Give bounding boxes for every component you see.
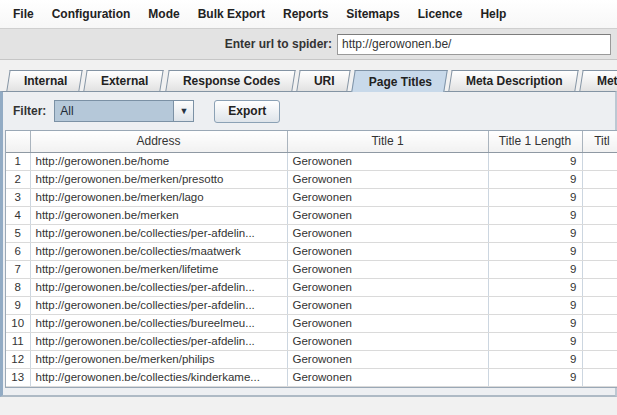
title1-cell[interactable]: Gerowonen: [287, 350, 488, 368]
title1-length-cell[interactable]: 9: [488, 278, 582, 296]
row-number-cell: 7: [6, 260, 30, 278]
table-body: 1 http://gerowonen.be/home Gerowonen 9 2…: [6, 152, 617, 386]
table-row[interactable]: 7 http://gerowonen.be/merken/lifetime Ge…: [6, 260, 617, 278]
extra-cell: [582, 278, 617, 296]
filter-selected-value: All: [55, 104, 173, 118]
title1-length-cell[interactable]: 9: [488, 188, 582, 206]
title1-length-cell[interactable]: 9: [488, 332, 582, 350]
address-cell[interactable]: http://gerowonen.be/merken/philips: [30, 350, 287, 368]
address-cell[interactable]: http://gerowonen.be/merken/lifetime: [30, 260, 287, 278]
extra-cell: [582, 206, 617, 224]
table-row[interactable]: 10 http://gerowonen.be/collecties/bureel…: [6, 314, 617, 332]
title1-length-cell[interactable]: 9: [488, 224, 582, 242]
table-row[interactable]: 3 http://gerowonen.be/merken/lago Gerowo…: [6, 188, 617, 206]
menu-item-file[interactable]: File: [4, 3, 43, 25]
title1-length-cell[interactable]: 9: [488, 314, 582, 332]
address-cell[interactable]: http://gerowonen.be/merken/presotto: [30, 170, 287, 188]
column-header-truncated[interactable]: Titl: [582, 131, 617, 152]
table-row[interactable]: 2 http://gerowonen.be/merken/presotto Ge…: [6, 170, 617, 188]
tab-external[interactable]: External: [84, 70, 165, 91]
extra-cell: [582, 170, 617, 188]
title1-cell[interactable]: Gerowonen: [287, 278, 488, 296]
row-number-cell: 9: [6, 296, 30, 314]
extra-cell: [582, 242, 617, 260]
title1-cell[interactable]: Gerowonen: [287, 206, 488, 224]
tab-meta-description[interactable]: Meta Description: [448, 70, 578, 91]
column-header-title1-length[interactable]: Title 1 Length: [488, 131, 582, 152]
extra-cell: [582, 224, 617, 242]
url-input[interactable]: [337, 34, 611, 55]
table-row[interactable]: 5 http://gerowonen.be/collecties/per-afd…: [6, 224, 617, 242]
column-header-row-number[interactable]: [6, 131, 30, 152]
title1-length-cell[interactable]: 9: [488, 206, 582, 224]
tab-strip: Internal External Response Codes URI Pag…: [0, 60, 617, 91]
row-number-cell: 8: [6, 278, 30, 296]
title1-length-cell[interactable]: 9: [488, 368, 582, 386]
table-row[interactable]: 13 http://gerowonen.be/collecties/kinder…: [6, 368, 617, 386]
title1-length-cell[interactable]: 9: [488, 260, 582, 278]
table-header-row: Address Title 1 Title 1 Length Titl: [6, 131, 617, 152]
menu-item-sitemaps[interactable]: Sitemaps: [337, 3, 408, 25]
title1-cell[interactable]: Gerowonen: [287, 170, 488, 188]
column-header-address[interactable]: Address: [30, 131, 287, 152]
row-number-cell: 12: [6, 350, 30, 368]
table-row[interactable]: 8 http://gerowonen.be/collecties/per-afd…: [6, 278, 617, 296]
tab-internal[interactable]: Internal: [6, 70, 83, 91]
row-number-cell: 3: [6, 188, 30, 206]
filter-label: Filter:: [13, 104, 46, 118]
menu-item-licence[interactable]: Licence: [409, 3, 472, 25]
address-cell[interactable]: http://gerowonen.be/collecties/per-afdel…: [30, 296, 287, 314]
address-cell[interactable]: http://gerowonen.be/collecties/per-afdel…: [30, 278, 287, 296]
export-button[interactable]: Export: [214, 100, 280, 123]
title1-cell[interactable]: Gerowonen: [287, 224, 488, 242]
title1-cell[interactable]: Gerowonen: [287, 260, 488, 278]
table-row[interactable]: 4 http://gerowonen.be/merken Gerowonen 9: [6, 206, 617, 224]
table-row[interactable]: 9 http://gerowonen.be/collecties/per-afd…: [6, 296, 617, 314]
filter-toolbar: Filter: All ▼ Export: [3, 92, 615, 130]
title1-cell[interactable]: Gerowonen: [287, 296, 488, 314]
extra-cell: [582, 260, 617, 278]
tab-label: External: [101, 74, 148, 88]
extra-cell: [582, 332, 617, 350]
table-row[interactable]: 12 http://gerowonen.be/merken/philips Ge…: [6, 350, 617, 368]
results-table: Address Title 1 Title 1 Length Titl 1 ht…: [6, 131, 617, 387]
title1-cell[interactable]: Gerowonen: [287, 332, 488, 350]
address-cell[interactable]: http://gerowonen.be/collecties/kinderkam…: [30, 368, 287, 386]
title1-cell[interactable]: Gerowonen: [287, 188, 488, 206]
menu-item-reports[interactable]: Reports: [274, 3, 337, 25]
address-cell[interactable]: http://gerowonen.be/collecties/maatwerk: [30, 242, 287, 260]
tab-response-codes[interactable]: Response Codes: [165, 70, 296, 91]
title1-cell[interactable]: Gerowonen: [287, 152, 488, 170]
filter-dropdown[interactable]: All ▼: [54, 100, 194, 122]
title1-length-cell[interactable]: 9: [488, 242, 582, 260]
title1-cell[interactable]: Gerowonen: [287, 314, 488, 332]
address-cell[interactable]: http://gerowonen.be/merken: [30, 206, 287, 224]
menu-item-bulk-export[interactable]: Bulk Export: [189, 3, 274, 25]
table-row[interactable]: 6 http://gerowonen.be/collecties/maatwer…: [6, 242, 617, 260]
title1-length-cell[interactable]: 9: [488, 350, 582, 368]
title1-length-cell[interactable]: 9: [488, 296, 582, 314]
extra-cell: [582, 296, 617, 314]
address-cell[interactable]: http://gerowonen.be/collecties/per-afdel…: [30, 224, 287, 242]
title1-length-cell[interactable]: 9: [488, 170, 582, 188]
chevron-down-icon[interactable]: ▼: [173, 101, 193, 121]
address-cell[interactable]: http://gerowonen.be/collecties/per-afdel…: [30, 332, 287, 350]
extra-cell: [582, 188, 617, 206]
title1-cell[interactable]: Gerowonen: [287, 368, 488, 386]
tab-label: Page Titles: [369, 75, 432, 89]
table-row[interactable]: 1 http://gerowonen.be/home Gerowonen 9: [6, 152, 617, 170]
title1-cell[interactable]: Gerowonen: [287, 242, 488, 260]
table-row[interactable]: 11 http://gerowonen.be/collecties/per-af…: [6, 332, 617, 350]
menu-item-configuration[interactable]: Configuration: [43, 3, 140, 25]
title1-length-cell[interactable]: 9: [488, 152, 582, 170]
address-cell[interactable]: http://gerowonen.be/home: [30, 152, 287, 170]
menu-item-help[interactable]: Help: [471, 3, 515, 25]
address-cell[interactable]: http://gerowonen.be/merken/lago: [30, 188, 287, 206]
tab-page-titles[interactable]: Page Titles: [351, 70, 448, 92]
row-number-cell: 11: [6, 332, 30, 350]
tab-meta-keywords[interactable]: Meta Keywords: [579, 70, 617, 91]
tab-uri[interactable]: URI: [296, 70, 350, 91]
address-cell[interactable]: http://gerowonen.be/collecties/bureelmeu…: [30, 314, 287, 332]
column-header-title1[interactable]: Title 1: [287, 131, 488, 152]
menu-item-mode[interactable]: Mode: [139, 3, 188, 25]
